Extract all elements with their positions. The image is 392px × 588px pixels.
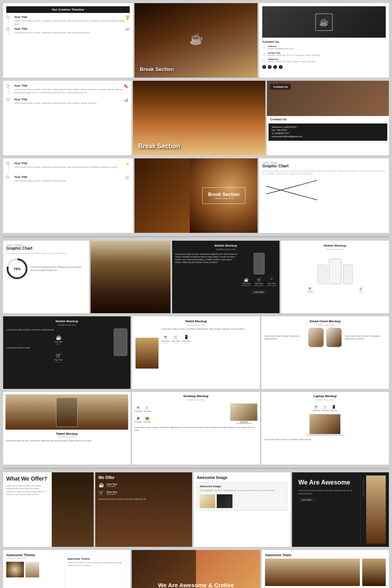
desktop-device-area bbox=[230, 403, 258, 424]
team-member-2 bbox=[362, 559, 386, 586]
social-icon-1 bbox=[262, 65, 266, 69]
offer-icon-1: ☕ bbox=[98, 482, 104, 488]
contact2-email: preservation@ficial@gmail.com bbox=[272, 135, 384, 138]
awesome-img-2 bbox=[217, 494, 232, 508]
tl-title-1: Your Title bbox=[14, 15, 125, 19]
tl-icon-2: 🏷 bbox=[126, 27, 130, 31]
slide-break-2: Break Section bbox=[133, 81, 266, 155]
laptop-icon-3: 📱 Your Text bbox=[330, 403, 338, 412]
desktop-screen-img bbox=[230, 404, 257, 421]
tablet-content: Lorem ipsum dolor sit amet, consectetur … bbox=[135, 328, 256, 379]
we-are-text: We Are Awesome Lorem ipsum dolor sit ame… bbox=[295, 475, 360, 544]
desktop-left: ☕ Your Text 🛒 Your Text 🖥 Your Text bbox=[134, 403, 227, 424]
slide-tablet-2: Tablet Mockup Subtitle Goes Here Lorem i… bbox=[3, 392, 131, 465]
slide-timeline-3: Your Title Lorem ipsum dolor sit amet, c… bbox=[3, 158, 133, 233]
break-label-2: Break Section bbox=[138, 143, 180, 150]
desktop-screen bbox=[230, 403, 258, 421]
cup-img-thumb: 🍵 bbox=[359, 287, 363, 290]
offer-item-2: 🛒 Your Text lorem ipsum bbox=[98, 490, 189, 495]
tl2-text-1: Lorem ipsum dolor sit amet, consectetur … bbox=[14, 88, 123, 94]
mobile-b-content: Lorem ipsum dolor sit amet, consectetur … bbox=[6, 328, 127, 363]
team-title: Awesome Team bbox=[265, 553, 386, 557]
mobile-mockup-sub: Subtitle Goes Here bbox=[175, 248, 277, 250]
tablet2-device bbox=[56, 397, 78, 427]
mobile-mockup-content: Lorem ipsum dolor sit amet, consectetur … bbox=[175, 253, 277, 303]
timeline-header: Our Creative Timeline bbox=[6, 6, 130, 13]
chart-lines-area: ——— 1 - - - 2 ——— 3 bbox=[262, 178, 386, 206]
desktop-sub: Subtitle Goes Here bbox=[134, 399, 257, 401]
awesome-inner-desc: The Suggestion Allowed to Tagraphipce/fo… bbox=[200, 489, 285, 492]
tablet2-sub: Subtitle Goes Here bbox=[5, 436, 128, 438]
social-icons-row bbox=[262, 65, 386, 69]
tab-icon-sym-1: ☕ bbox=[163, 335, 168, 339]
tab-icon-3: 📱 Your Text lorem bbox=[182, 333, 190, 344]
cup-icon: ☕ bbox=[319, 17, 329, 27]
telephone-val: Phone: (+001) 222-2222 Support: (+001) 2… bbox=[268, 60, 315, 64]
awesome-inner-title: Awesome Image bbox=[200, 485, 285, 488]
laptop-icon-label-3: Your Text bbox=[330, 410, 338, 412]
laptop-desc: Lorem ipsum dolor sit amet, consectetur … bbox=[264, 438, 387, 441]
mobile-white-phones bbox=[284, 253, 386, 284]
watch-desc-left: Lorem ipsum dolor sit amet, consectetur … bbox=[265, 335, 305, 340]
chart-legend: ——— 1 - - - 2 ——— 3 bbox=[262, 208, 386, 210]
watch-desc-right: Lorem ipsum dolor sit amet, consectetur … bbox=[345, 335, 386, 340]
legend-2: - - - 2 bbox=[322, 208, 326, 210]
mobile-phone-area: ☕ Your Text lorem ipsum 🛒 Your Text lore… bbox=[241, 253, 277, 303]
tl2-icon-2: 📊 bbox=[123, 98, 128, 102]
social-icon-4 bbox=[279, 65, 283, 69]
laptop-icon-2: 🛒 Your Text bbox=[321, 403, 329, 412]
slide-break-1: ☕ Break Section bbox=[134, 3, 258, 78]
we-are-btn[interactable]: Learn More bbox=[298, 497, 315, 502]
slide-timeline-2: Your Title Lorem ipsum dolor sit amet, c… bbox=[3, 81, 131, 155]
what-offer-left: What We Offer? Lorem ipsum dolor sit ame… bbox=[3, 472, 52, 547]
tl2-title-2: Your Title bbox=[14, 98, 123, 101]
tl3-text-2: Lorem ipsum dolor sit amet, consectetur … bbox=[14, 180, 125, 183]
tab-icon-sub-1: lorem bbox=[161, 342, 169, 344]
contact2-overlay-label: Contact Us bbox=[270, 84, 291, 90]
mobile-b-icon-1: ☕ Your Text lorem bbox=[6, 334, 111, 345]
contact-address-row: Address Email: info@fillename.com bbox=[262, 45, 386, 51]
break3-label: Break Section bbox=[208, 192, 240, 197]
theme-inner-desc: Lorem ipsum dolor sit amet, consectetur … bbox=[67, 561, 123, 567]
tab-icon-sym-3: 📱 bbox=[184, 335, 189, 339]
tel-icon bbox=[262, 59, 266, 63]
mobile-b-text-2: Lorem ipsum dolor sit amet. bbox=[6, 347, 111, 349]
laptop-icons: ☕ Your Text 🛒 Your Text 📱 Your Text bbox=[264, 403, 387, 412]
break3-sub: Subtitle Goes Here bbox=[208, 197, 240, 200]
we-are-content: We Are Awesome Lorem ipsum dolor sit ame… bbox=[295, 475, 386, 544]
tablet-desc: Lorem ipsum dolor sit amet, consectetur … bbox=[161, 328, 256, 330]
awesome-theme-title: Awesome Theme bbox=[6, 553, 62, 557]
contact-address-text: Address Email: info@fillename.com bbox=[268, 45, 293, 51]
tl-dot-2 bbox=[6, 27, 9, 31]
we-are-title: We Are Awesome bbox=[298, 479, 357, 486]
phone-1 bbox=[318, 265, 327, 284]
awesome-image-title: Awesome Image bbox=[197, 475, 287, 480]
mobile-icons: ☕ Your Text lorem ipsum 🛒 Your Text lore… bbox=[241, 278, 277, 287]
row-5: Mobile Mockup Subtitle Goes Here Lorem i… bbox=[3, 316, 389, 389]
what-offer-right-img bbox=[52, 472, 94, 547]
break3-right-img: Break Section Subtitle Goes Here bbox=[190, 158, 258, 233]
theme-inner-title: Awesome Theme bbox=[67, 557, 123, 560]
watch-devices bbox=[308, 328, 342, 347]
icon-3: 📱 Your Text lorem ipsum bbox=[267, 278, 277, 287]
contact-tel-text: Telephone Phone: (+001) 222-2222 Support… bbox=[268, 58, 315, 64]
interior-img bbox=[91, 241, 170, 313]
desktop-icon-4: 📦 Your Text bbox=[143, 414, 151, 423]
team-member-1 bbox=[265, 559, 360, 586]
donut-wrap: 78% Lorem ipsum adipiscing donec hendrer… bbox=[6, 258, 86, 279]
chart-title: Graphic Chart bbox=[262, 164, 386, 168]
offer-item-1: ☕ Your Text lorem ipsum bbox=[98, 482, 189, 488]
svg-text:78%: 78% bbox=[13, 267, 20, 271]
address-icon bbox=[262, 46, 266, 50]
team-member-imgs bbox=[265, 559, 386, 586]
desktop-content: ☕ Your Text 🛒 Your Text 🖥 Your Text bbox=[134, 403, 257, 424]
tl-line-2 bbox=[9, 31, 9, 35]
learn-more-btn[interactable]: Learn More bbox=[251, 290, 267, 294]
tl3-icon-2: 🛒 bbox=[125, 175, 130, 180]
phone-mockup bbox=[254, 253, 265, 274]
awesome-theme-sub: Subtitle Goes Here bbox=[6, 557, 62, 559]
desktop-icon-sym-2: 🛒 bbox=[145, 406, 149, 410]
icon-2: 🛒 Your Text lorem ipsum bbox=[254, 278, 264, 287]
slide-cafe-interior bbox=[91, 241, 170, 313]
mobile-desc: Lorem ipsum dolor sit amet, consectetur … bbox=[175, 253, 239, 303]
